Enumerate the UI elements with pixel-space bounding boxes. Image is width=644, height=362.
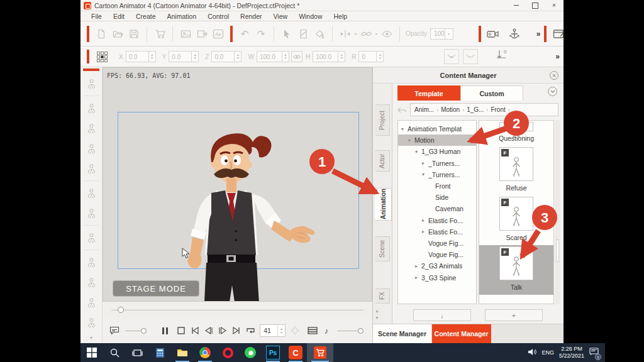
undo-icon[interactable]: ↶ [236, 26, 253, 42]
apply-button[interactable]: ↓ [413, 309, 471, 321]
new-project-icon[interactable] [93, 26, 109, 42]
tab-template[interactable]: Template [397, 85, 460, 101]
frame-spinner[interactable]: ▲▼ [277, 325, 285, 336]
tool-body-puppet-icon[interactable] [82, 314, 100, 331]
tab-strip-scroll[interactable]: ▲▼ [375, 309, 379, 320]
tool-actor-pose-icon[interactable] [82, 99, 100, 117]
stage-viewport[interactable]: FPS: 66.93, AVG: 97.01 [103, 67, 372, 302]
dialog-bubble-icon[interactable] [108, 324, 121, 337]
tab-actor[interactable]: Actor [375, 150, 390, 172]
step-back-button[interactable] [202, 324, 216, 337]
w-field[interactable]: 100.0▲▼ [257, 51, 289, 62]
tree-item-front[interactable]: Front [398, 180, 476, 192]
tool-sprite-hand-icon[interactable] [82, 273, 100, 291]
tab-scene-manager[interactable]: Scene Manager [373, 324, 432, 343]
panel-close-icon[interactable]: ✕ [550, 71, 558, 80]
opacity-dropdown-icon[interactable]: ▾ [445, 29, 453, 39]
back-arrow-icon[interactable] [397, 104, 406, 116]
breadcrumb-item-front[interactable]: Front [491, 106, 505, 113]
notification-icon[interactable]: 9 [589, 347, 599, 358]
w-spinner[interactable]: ▲▼ [282, 52, 289, 62]
step-forward-button[interactable] [216, 324, 230, 337]
tool-pose-mixer-icon[interactable] [82, 204, 100, 222]
language-indicator[interactable]: ENG [541, 349, 554, 356]
r-field[interactable]: 0▲▼ [358, 51, 384, 62]
menu-help[interactable]: Help [328, 13, 353, 20]
photoshop-icon[interactable]: Ps [262, 343, 284, 362]
scrubber-handle[interactable] [118, 307, 124, 313]
breadcrumb-item-1-g[interactable]: 1_G... [467, 106, 484, 113]
task-view-icon[interactable] [126, 343, 148, 362]
aspect-link-icon[interactable] [291, 51, 303, 62]
h-spinner[interactable]: ▲▼ [338, 52, 345, 62]
more-transform-icon[interactable]: » [555, 52, 560, 61]
calculator-icon[interactable] [148, 343, 171, 362]
menu-animation[interactable]: Animation [162, 13, 203, 20]
scrubber-track[interactable] [111, 310, 364, 310]
h-field[interactable]: 100.0▲▼ [313, 51, 345, 62]
thumbnail-talk[interactable]: FTalk [479, 245, 553, 295]
scrollbar-handle[interactable] [556, 239, 559, 262]
paint-bucket-icon[interactable] [311, 26, 328, 42]
breadcrumb-item-anim[interactable]: Anim... [414, 106, 434, 113]
timeline-panel-icon[interactable] [306, 324, 319, 337]
tool-create-actor-icon[interactable] [82, 75, 100, 92]
z-spinner[interactable]: ▲▼ [234, 52, 241, 62]
pivot-grid-icon[interactable] [97, 52, 108, 62]
maximize-button[interactable] [526, 0, 545, 11]
menu-view[interactable]: View [268, 13, 294, 20]
speaker-icon[interactable] [528, 347, 536, 358]
audio-note-icon[interactable]: ♪ [319, 324, 333, 337]
tool-face-key-icon[interactable] [82, 293, 100, 311]
ground-level-icon[interactable]: 0 [496, 50, 508, 63]
y-spinner[interactable]: ▲▼ [191, 52, 198, 62]
after-effects-icon[interactable]: Ae [210, 26, 226, 42]
tab-animation[interactable]: Animation [375, 188, 392, 221]
start-button[interactable] [80, 343, 103, 362]
r-spinner[interactable]: ▲▼ [376, 52, 383, 62]
tree-item-2-g3-animals[interactable]: ▸2_G3 Animals [398, 260, 476, 272]
render-image-icon[interactable] [177, 26, 194, 42]
mask-page-icon[interactable] [295, 26, 311, 42]
menu-create[interactable]: Create [130, 13, 162, 20]
tool-text-title-icon[interactable] [82, 160, 100, 177]
thumbnail-refuse[interactable]: FRefuse [479, 146, 553, 195]
menu-render[interactable]: Render [235, 13, 267, 20]
more-tools-icon[interactable]: » [536, 30, 541, 38]
export-icon[interactable] [194, 26, 210, 42]
visibility-eye-icon[interactable] [379, 26, 395, 42]
cartoon-animator-icon[interactable]: C [284, 343, 307, 362]
tree-item-elastic-fo[interactable]: ▸Elastic Fo... [398, 215, 476, 226]
tree-item-vogue-fig[interactable]: Vogue Fig... [398, 249, 476, 260]
breadcrumb-item-motion[interactable]: Motion [441, 106, 460, 113]
tool-render-grid-icon[interactable] [82, 184, 100, 202]
tree-item-elastic-fo[interactable]: ▸Elastic Fo... [398, 226, 476, 238]
file-explorer-icon[interactable] [171, 343, 194, 362]
timeline-scrubber[interactable] [103, 302, 372, 318]
menu-edit[interactable]: Edit [108, 13, 130, 20]
tree-item-side[interactable]: Side [398, 192, 476, 203]
tree-item-1-g3-human[interactable]: ▾1_G3 Human [398, 146, 476, 157]
collapse-frames-icon[interactable] [337, 26, 353, 42]
tab-scene[interactable]: Scene [375, 236, 390, 261]
content-store-icon[interactable] [152, 26, 168, 42]
tree-item-3-g3-spine[interactable]: ▸3_G3 Spine [398, 272, 476, 283]
character-illustration[interactable] [138, 126, 320, 302]
tab-custom[interactable]: Custom [460, 85, 523, 101]
tree-item-animation-templat[interactable]: ▾Animation Templat [398, 123, 476, 134]
save-project-icon[interactable] [126, 26, 142, 42]
stop-button[interactable] [174, 324, 188, 337]
skip-end-button[interactable] [230, 324, 243, 337]
bubble-opacity-slider[interactable] [125, 328, 147, 334]
tool-spring-bone-icon[interactable] [82, 140, 100, 157]
anchor-icon[interactable] [506, 26, 523, 42]
add-content-button[interactable]: + [485, 309, 543, 321]
chevron-down-icon[interactable] [548, 87, 557, 96]
tab-project[interactable]: Project [375, 104, 390, 136]
minimize-button[interactable] [507, 0, 526, 11]
thumbnail-scared[interactable]: FScared [479, 195, 553, 245]
whatsapp-icon[interactable] [239, 343, 262, 362]
redo-icon[interactable]: ↷ [253, 26, 269, 42]
tool-face-puppet-icon[interactable] [82, 253, 100, 271]
menu-file[interactable]: File [86, 13, 108, 20]
